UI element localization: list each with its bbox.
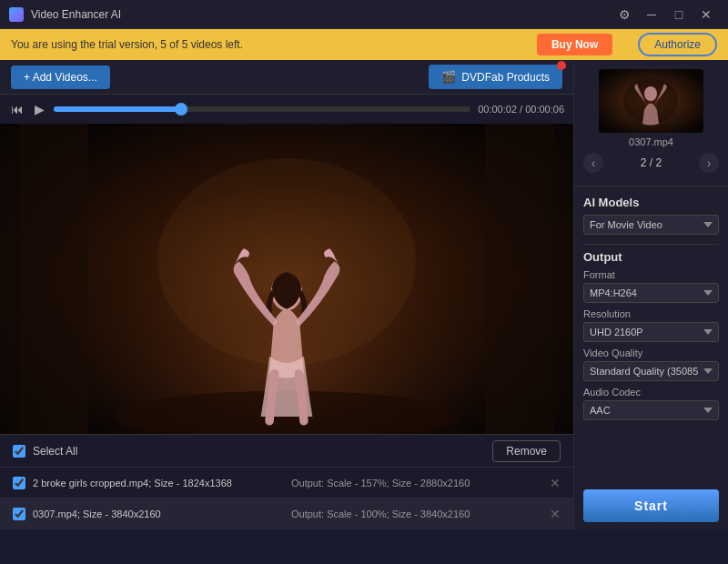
left-panel: + Add Videos... 🎬 DVDFab Products ⏮ ▶ 00… [0, 60, 573, 529]
app-icon [9, 7, 24, 22]
divider-1 [574, 186, 728, 186]
files-section: Select All Remove 2 broke girls cropped.… [0, 434, 573, 529]
svg-rect-4 [19, 124, 88, 434]
svg-point-6 [157, 158, 416, 365]
file-1-name: 2 broke girls cropped.mp4; Size - 1824x1… [33, 478, 284, 488]
thumbnail-count: 2 / 2 [641, 156, 662, 169]
file-2-checkbox[interactable] [13, 508, 25, 520]
app-title: Video Enhancer AI [31, 8, 604, 21]
file-2-output: Output: Scale - 100%; Size - 3840x2160 [291, 509, 542, 519]
trial-text: You are using the trial version, 5 of 5 … [11, 38, 526, 51]
play-button[interactable]: ▶ [33, 100, 46, 118]
divider-2 [583, 244, 719, 245]
format-label: Format [583, 269, 719, 280]
file-1-close-button[interactable]: ✕ [550, 476, 561, 490]
buy-now-button[interactable]: Buy Now [537, 34, 612, 55]
file-2-close-button[interactable]: ✕ [550, 507, 561, 521]
format-select[interactable]: MP4:H264 [583, 283, 719, 303]
file-2-name: 0307.mp4; Size - 3840x2160 [33, 509, 284, 519]
video-quality-select[interactable]: Standard Quality (35085 kbps) [583, 361, 719, 381]
output-title: Output [583, 250, 719, 264]
skip-back-button[interactable]: ⏮ [9, 100, 25, 118]
file-1-output: Output: Scale - 157%; Size - 2880x2160 [291, 478, 542, 488]
start-button[interactable]: Start [583, 489, 719, 522]
maximize-btn[interactable]: □ [666, 5, 692, 25]
start-btn-container: Start [574, 482, 728, 529]
ai-models-title: AI Models [583, 196, 719, 209]
close-btn[interactable]: ✕ [693, 5, 719, 25]
dvdfab-label: DVDFab Products [461, 71, 550, 84]
files-header: Select All Remove [0, 435, 573, 468]
video-quality-label: Video Quality [583, 347, 719, 358]
select-all-label: Select All [33, 445, 485, 458]
progress-fill [54, 106, 183, 112]
minimize-btn[interactable]: ─ [639, 5, 664, 25]
window-controls: ⚙ ─ □ ✕ [612, 5, 719, 25]
video-controls: ⏮ ▶ 00:00:02 / 00:00:06 [0, 95, 573, 124]
audio-codec-select[interactable]: AAC [583, 400, 719, 420]
title-bar: Video Enhancer AI ⚙ ─ □ ✕ [0, 0, 728, 29]
dvdfab-products-button[interactable]: 🎬 DVDFab Products [429, 65, 562, 89]
file-1-checkbox[interactable] [13, 477, 25, 489]
svg-rect-5 [485, 124, 554, 434]
table-row: 0307.mp4; Size - 3840x2160 Output: Scale… [0, 499, 573, 529]
notification-badge [557, 61, 566, 70]
table-row: 2 broke girls cropped.mp4; Size - 1824x1… [0, 468, 573, 499]
thumbnail-area: 0307.mp4 ‹ 2 / 2 › [574, 60, 728, 182]
thumbnail-filename: 0307.mp4 [629, 136, 673, 147]
add-videos-button[interactable]: + Add Videos... [11, 65, 110, 89]
svg-point-9 [644, 86, 657, 101]
audio-codec-label: Audio Codec [583, 387, 719, 398]
remove-button[interactable]: Remove [492, 440, 561, 462]
resolution-label: Resolution [583, 308, 719, 319]
prev-thumbnail-button[interactable]: ‹ [583, 153, 603, 173]
time-display: 00:00:02 / 00:00:06 [478, 104, 564, 115]
authorize-button[interactable]: Authorize [638, 33, 717, 56]
resolution-select[interactable]: UHD 2160P [583, 322, 719, 342]
video-content [0, 124, 573, 434]
video-frame [0, 124, 573, 434]
settings-icon-btn[interactable]: ⚙ [612, 5, 637, 25]
next-thumbnail-button[interactable]: › [699, 153, 719, 173]
toolbar: + Add Videos... 🎬 DVDFab Products [0, 60, 573, 95]
trial-banner: You are using the trial version, 5 of 5 … [0, 29, 728, 60]
select-all-checkbox[interactable] [13, 445, 25, 458]
settings-section: AI Models For Movie Video Output Format … [574, 190, 728, 482]
ai-model-select[interactable]: For Movie Video [583, 215, 719, 235]
thumbnail-nav: ‹ 2 / 2 › [583, 153, 719, 173]
thumbnail-image [599, 69, 703, 133]
progress-bar[interactable] [54, 106, 470, 112]
main-layout: + Add Videos... 🎬 DVDFab Products ⏮ ▶ 00… [0, 60, 728, 529]
right-panel: 0307.mp4 ‹ 2 / 2 › AI Models For Movie V… [573, 60, 728, 529]
progress-thumb [175, 103, 187, 116]
